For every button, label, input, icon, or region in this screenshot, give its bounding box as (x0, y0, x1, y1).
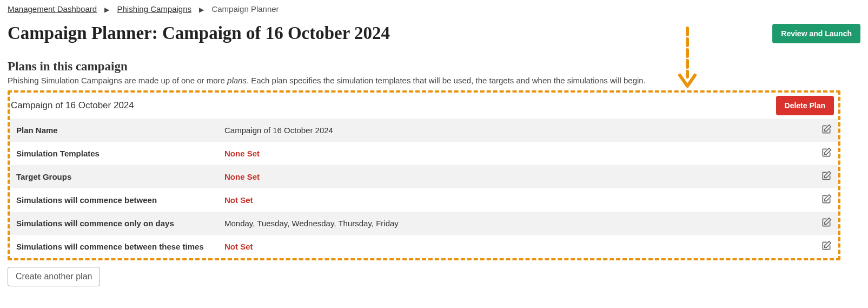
plan-row-value: Monday, Tuesday, Wednesday, Thursday, Fr… (218, 212, 814, 235)
plan-row: Simulation TemplatesNone Set (10, 142, 838, 165)
breadcrumb-phishing-campaigns[interactable]: Phishing Campaigns (117, 4, 191, 14)
plan-row-label: Simulations will commence between (10, 188, 218, 212)
plan-row: Simulations will commence only on daysMo… (10, 212, 838, 235)
plan-row: Simulations will commence between these … (10, 235, 838, 258)
plan-row-label: Target Groups (10, 165, 218, 188)
edit-icon[interactable] (821, 124, 832, 135)
plan-box-highlighted: Campaign of 16 October 2024 Delete Plan … (8, 90, 840, 260)
breadcrumb-management-dashboard[interactable]: Management Dashboard (8, 4, 97, 14)
annotation-arrow-icon (677, 25, 698, 93)
edit-icon[interactable] (821, 240, 832, 251)
page-title: Campaign Planner: Campaign of 16 October… (8, 23, 772, 43)
delete-plan-button[interactable]: Delete Plan (776, 96, 834, 115)
plan-row-label: Simulations will commence only on days (10, 212, 218, 235)
plan-row-value: None Set (218, 165, 814, 188)
plan-row-label: Simulation Templates (10, 142, 218, 165)
plans-subtitle: Plans in this campaign (8, 60, 860, 74)
plan-row-label: Plan Name (10, 119, 218, 142)
plan-row-value: Not Set (218, 235, 814, 258)
edit-icon[interactable] (821, 171, 832, 181)
breadcrumb-current: Campaign Planner (211, 4, 279, 14)
edit-icon[interactable] (821, 194, 832, 205)
chevron-right-icon: ▶ (104, 6, 109, 14)
plan-row-value: Campaign of 16 October 2024 (218, 119, 814, 142)
plan-row: Target GroupsNone Set (10, 165, 838, 188)
edit-icon[interactable] (821, 147, 832, 158)
plan-row-value: None Set (218, 142, 814, 165)
chevron-right-icon: ▶ (199, 6, 204, 14)
plan-row-value: Not Set (218, 188, 814, 212)
plan-row: Simulations will commence betweenNot Set (10, 188, 838, 212)
plan-details-table: Plan NameCampaign of 16 October 2024Simu… (10, 119, 838, 258)
edit-icon[interactable] (821, 217, 832, 228)
review-and-launch-button[interactable]: Review and Launch (772, 24, 860, 43)
plan-row-label: Simulations will commence between these … (10, 235, 218, 258)
breadcrumb: Management Dashboard ▶ Phishing Campaign… (8, 4, 860, 14)
plan-header-title: Campaign of 16 October 2024 (11, 100, 776, 111)
create-another-plan-button[interactable]: Create another plan (8, 267, 100, 286)
plan-row: Plan NameCampaign of 16 October 2024 (10, 119, 838, 142)
plans-subtitle-description: Phishing Simulation Campaigns are made u… (8, 76, 860, 85)
